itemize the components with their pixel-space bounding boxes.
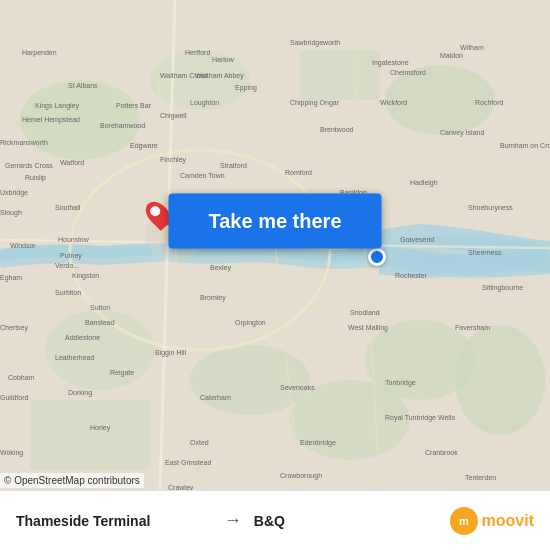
svg-text:Bexley: Bexley	[210, 264, 232, 272]
svg-text:Stratford: Stratford	[220, 162, 247, 169]
svg-text:Horley: Horley	[90, 424, 111, 432]
take-me-there-button[interactable]: Take me there	[168, 193, 381, 248]
svg-text:Kingston: Kingston	[72, 272, 99, 280]
svg-text:Sheerness: Sheerness	[468, 249, 502, 256]
svg-text:Chipping Ongar: Chipping Ongar	[290, 99, 340, 107]
svg-text:Rickmansworth: Rickmansworth	[0, 139, 48, 146]
svg-text:Chelmsford: Chelmsford	[390, 69, 426, 76]
svg-text:Epping: Epping	[235, 84, 257, 92]
svg-text:Ruislip: Ruislip	[25, 174, 46, 182]
svg-text:Crowborough: Crowborough	[280, 472, 322, 480]
svg-text:Hertford: Hertford	[185, 49, 210, 56]
svg-text:Gravesend: Gravesend	[400, 236, 434, 243]
svg-text:Banstead: Banstead	[85, 319, 115, 326]
svg-text:Caterham: Caterham	[200, 394, 231, 401]
map-container: Harpenden St Albans Hertford Sawbridgewo…	[0, 0, 550, 490]
svg-text:Witham: Witham	[460, 44, 484, 51]
london-map-pin	[148, 200, 168, 228]
svg-text:Cobham: Cobham	[8, 374, 35, 381]
svg-text:Brentwood: Brentwood	[320, 126, 354, 133]
svg-text:West Malling: West Malling	[348, 324, 388, 332]
moovit-icon: m	[450, 507, 478, 535]
svg-text:Potters Bar: Potters Bar	[116, 102, 152, 109]
svg-text:Sittingbourne: Sittingbourne	[482, 284, 523, 292]
svg-text:Tonbridge: Tonbridge	[385, 379, 416, 387]
bottom-bar: Thameside Terminal → B&Q m moovit	[0, 490, 550, 550]
svg-text:Putney: Putney	[60, 252, 82, 260]
svg-text:Oxted: Oxted	[190, 439, 209, 446]
svg-text:Uxbridge: Uxbridge	[0, 189, 28, 197]
moovit-text-label: moovit	[482, 512, 534, 530]
svg-text:Waltham Abbey: Waltham Abbey	[195, 72, 244, 80]
svg-text:Wickford: Wickford	[380, 99, 407, 106]
map-attribution: © OpenStreetMap contributors	[0, 473, 144, 488]
svg-text:Cranbrook: Cranbrook	[425, 449, 458, 456]
svg-text:Hounslow: Hounslow	[58, 236, 90, 243]
svg-text:Snodland: Snodland	[350, 309, 380, 316]
svg-rect-3	[300, 50, 380, 100]
svg-text:Edenbridge: Edenbridge	[300, 439, 336, 447]
moovit-logo: m moovit	[450, 507, 534, 535]
svg-text:Watford: Watford	[60, 159, 84, 166]
svg-text:Chigwell: Chigwell	[160, 112, 187, 120]
svg-text:Burnham on Crouch: Burnham on Crouch	[500, 142, 550, 149]
svg-text:Harpenden: Harpenden	[22, 49, 57, 57]
route-from: Thameside Terminal	[16, 513, 212, 529]
svg-point-10	[455, 325, 545, 435]
svg-text:Rochester: Rochester	[395, 272, 428, 279]
svg-text:Harlow: Harlow	[212, 56, 235, 63]
svg-text:Faversham: Faversham	[455, 324, 490, 331]
svg-text:Windsor: Windsor	[10, 242, 36, 249]
svg-text:East Grinstead: East Grinstead	[165, 459, 211, 466]
svg-text:Dorking: Dorking	[68, 389, 92, 397]
svg-text:Sawbridgeworth: Sawbridgeworth	[290, 39, 340, 47]
svg-text:Gerrards Cross: Gerrards Cross	[5, 162, 53, 169]
svg-text:Rochford: Rochford	[475, 99, 504, 106]
destination-marker	[368, 248, 386, 266]
svg-text:Camden Town: Camden Town	[180, 172, 225, 179]
svg-text:Woking: Woking	[0, 449, 23, 457]
svg-text:Finchley: Finchley	[160, 156, 187, 164]
svg-text:Surbiton: Surbiton	[55, 289, 81, 296]
svg-text:Edgware: Edgware	[130, 142, 158, 150]
svg-text:Verdo...: Verdo...	[55, 262, 79, 269]
svg-text:Borehamwood: Borehamwood	[100, 122, 145, 129]
svg-text:Bromley: Bromley	[200, 294, 226, 302]
svg-rect-8	[30, 400, 150, 470]
svg-text:Reigate: Reigate	[110, 369, 134, 377]
svg-text:Orpington: Orpington	[235, 319, 266, 327]
svg-text:Slough: Slough	[0, 209, 22, 217]
svg-text:Ingatestone: Ingatestone	[372, 59, 409, 67]
svg-text:Hemel Hempstead: Hemel Hempstead	[22, 116, 80, 124]
svg-text:Kings Langley: Kings Langley	[35, 102, 79, 110]
svg-text:Tenterden: Tenterden	[465, 474, 496, 481]
svg-text:m: m	[459, 515, 469, 527]
svg-text:Sevenoaks: Sevenoaks	[280, 384, 315, 391]
svg-text:Maldon: Maldon	[440, 52, 463, 59]
svg-text:Royal Tunbridge Wells: Royal Tunbridge Wells	[385, 414, 455, 422]
svg-text:St Albans: St Albans	[68, 82, 98, 89]
route-arrow: →	[224, 510, 242, 531]
svg-text:Addlestone: Addlestone	[65, 334, 100, 341]
svg-text:Canvey Island: Canvey Island	[440, 129, 484, 137]
svg-text:Hadleigh: Hadleigh	[410, 179, 438, 187]
svg-text:Egham: Egham	[0, 274, 22, 282]
svg-text:Shoeburyness: Shoeburyness	[468, 204, 513, 212]
svg-text:Guildford: Guildford	[0, 394, 29, 401]
svg-text:Biggin Hill: Biggin Hill	[155, 349, 187, 357]
route-to: B&Q	[254, 513, 450, 529]
svg-text:Crawley: Crawley	[168, 484, 194, 490]
svg-text:Southall: Southall	[55, 204, 81, 211]
svg-text:Loughton: Loughton	[190, 99, 219, 107]
svg-text:Leatherhead: Leatherhead	[55, 354, 94, 361]
svg-text:Chertsey: Chertsey	[0, 324, 29, 332]
svg-text:Romford: Romford	[285, 169, 312, 176]
svg-text:Sutton: Sutton	[90, 304, 110, 311]
